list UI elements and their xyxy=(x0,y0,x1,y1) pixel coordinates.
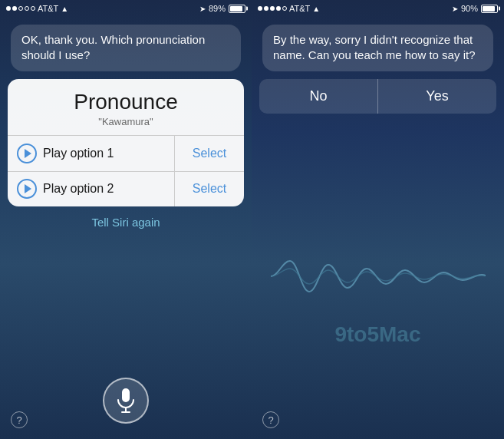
option2-label: Play option 2 xyxy=(43,182,114,196)
play-section-2[interactable]: Play option 2 xyxy=(8,179,174,199)
rdot1 xyxy=(258,6,262,11)
battery-icon-left xyxy=(229,5,245,13)
dot1 xyxy=(6,6,11,11)
rdot5 xyxy=(282,6,287,11)
dot4 xyxy=(25,6,29,11)
tell-siri-again[interactable]: Tell Siri again xyxy=(0,206,252,238)
mic-button[interactable] xyxy=(103,378,149,424)
play-triangle-2 xyxy=(25,184,31,193)
no-yes-row: No Yes xyxy=(259,79,496,114)
select-btn-2[interactable]: Select xyxy=(175,172,244,206)
left-panel: AT&T ▲ ➤ 89% OK, thank you. Which pronun… xyxy=(0,0,252,439)
play-circle-1[interactable] xyxy=(17,144,37,163)
carrier-right: AT&T xyxy=(289,4,310,13)
left-status-left: AT&T ▲ xyxy=(6,4,68,13)
svg-rect-0 xyxy=(122,388,130,402)
right-status-left: AT&T ▲ xyxy=(258,4,320,13)
rdot3 xyxy=(270,6,275,11)
help-icon-left[interactable]: ? xyxy=(11,411,28,428)
siri-text-right: By the way, sorry I didn't recognize tha… xyxy=(273,32,483,64)
yes-button[interactable]: Yes xyxy=(378,79,496,114)
rdot4 xyxy=(276,6,281,11)
play-circle-2[interactable] xyxy=(17,179,37,199)
right-panel: AT&T ▲ ➤ 90% By the way, sorry I didn't … xyxy=(252,0,504,439)
battery-icon-right xyxy=(481,5,498,13)
play-triangle-1 xyxy=(25,149,31,158)
status-bar-left: AT&T ▲ ➤ 89% xyxy=(0,0,252,17)
left-status-right: ➤ 89% xyxy=(199,4,245,13)
wifi-icon-right: ▲ xyxy=(312,5,320,13)
battery-pct-left: 89% xyxy=(209,4,226,13)
waveform-svg xyxy=(271,253,486,299)
pronounce-card: Pronounce "Kawamura" Play option 1 Selec… xyxy=(8,79,244,206)
pronounce-option-1[interactable]: Play option 1 Select xyxy=(8,136,244,171)
left-bottom xyxy=(0,238,252,440)
dot2 xyxy=(12,6,17,11)
pronounce-option-2[interactable]: Play option 2 Select xyxy=(8,171,244,206)
carrier-left: AT&T xyxy=(38,4,58,13)
siri-text-left: OK, thank you. Which pronunciation shoul… xyxy=(21,32,230,64)
location-icon-right: ➤ xyxy=(452,5,458,13)
siri-bubble-right: By the way, sorry I didn't recognize tha… xyxy=(262,25,493,71)
signal-dots-right xyxy=(258,6,287,11)
siri-bubble-left: OK, thank you. Which pronunciation shoul… xyxy=(11,25,241,71)
status-bar-right: AT&T ▲ ➤ 90% xyxy=(252,0,504,17)
option1-label: Play option 1 xyxy=(43,147,114,160)
mic-icon xyxy=(115,388,137,414)
dot5 xyxy=(31,6,35,11)
help-icon-right[interactable]: ? xyxy=(262,411,279,428)
location-icon-left: ➤ xyxy=(199,5,206,13)
dot3 xyxy=(18,6,23,11)
battery-fill-left xyxy=(230,6,242,12)
battery-pct-right: 90% xyxy=(461,4,478,13)
right-status-right: ➤ 90% xyxy=(452,4,498,13)
wifi-icon-left: ▲ xyxy=(61,5,68,13)
play-section-1[interactable]: Play option 1 xyxy=(8,144,174,163)
rdot2 xyxy=(264,6,268,11)
pronounce-subtitle: "Kawamura" xyxy=(8,116,244,135)
battery-fill-right xyxy=(483,6,495,12)
wave-area xyxy=(252,114,504,440)
pronounce-title: Pronounce xyxy=(8,90,244,116)
no-button[interactable]: No xyxy=(259,79,378,114)
signal-dots-left xyxy=(6,6,35,11)
select-btn-1[interactable]: Select xyxy=(175,136,244,171)
